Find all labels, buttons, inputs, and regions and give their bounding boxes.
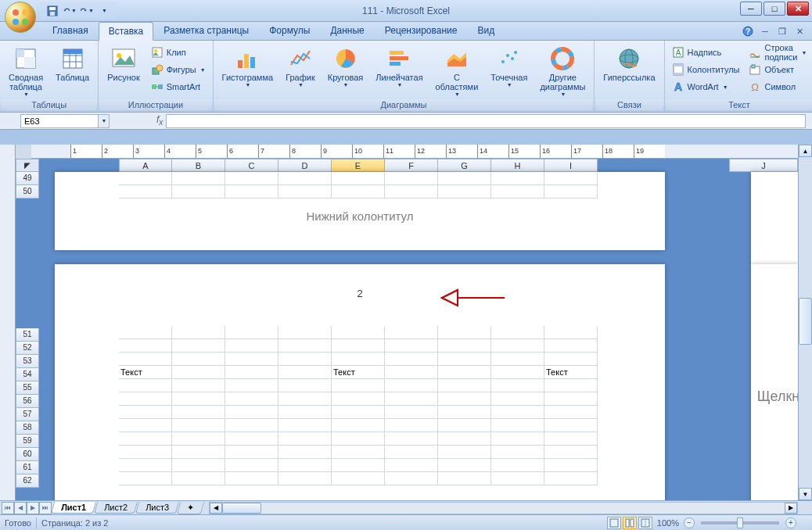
tab-data[interactable]: Данные — [320, 21, 374, 40]
scroll-down-button[interactable]: ▼ — [799, 488, 812, 500]
column-header-h[interactable]: H — [491, 159, 544, 172]
cell-A51[interactable] — [119, 326, 172, 339]
cell-G56[interactable] — [438, 392, 491, 406]
cell-A52[interactable] — [119, 339, 172, 353]
close-button[interactable]: ✕ — [787, 2, 809, 16]
cell-E56[interactable] — [332, 392, 385, 406]
cell-H57[interactable] — [491, 406, 544, 419]
zoom-in-button[interactable]: + — [785, 517, 796, 528]
picture-button[interactable]: Рисунок — [102, 44, 146, 84]
column-header-g[interactable]: G — [438, 159, 491, 172]
cell-A53[interactable] — [119, 353, 172, 366]
cell-F52[interactable] — [385, 339, 438, 353]
zoom-out-button[interactable]: − — [684, 517, 695, 528]
zoom-thumb[interactable] — [737, 517, 743, 528]
column-header-f[interactable]: F — [385, 159, 438, 172]
cell-G52[interactable] — [438, 339, 491, 353]
vscroll-thumb[interactable] — [799, 298, 812, 345]
row-header-54[interactable]: 54 — [16, 368, 39, 381]
cell-F56[interactable] — [385, 392, 438, 406]
shapes-button[interactable]: Фигуры▼ — [147, 61, 210, 78]
row-header-51[interactable]: 51 — [16, 328, 39, 342]
cell-E59[interactable] — [332, 432, 385, 446]
zoom-level[interactable]: 100% — [657, 518, 679, 528]
cell-B54[interactable] — [172, 366, 225, 379]
clip-button[interactable]: Клип — [147, 44, 210, 61]
footer-zone[interactable]: Нижний колонтитул — [55, 199, 665, 234]
cell-G58[interactable] — [438, 419, 491, 432]
zoom-slider[interactable] — [701, 521, 779, 525]
view-pagebreak-button[interactable] — [638, 517, 652, 529]
cell-H61[interactable] — [491, 459, 544, 472]
cell-E62[interactable] — [332, 472, 385, 485]
object-button[interactable]: Объект — [745, 61, 810, 78]
cell-H52[interactable] — [491, 339, 544, 353]
cell-A61[interactable] — [119, 459, 172, 472]
row-header-59[interactable]: 59 — [16, 435, 39, 448]
pie-chart-button[interactable]: Круговая▼ — [322, 44, 369, 90]
fx-icon[interactable]: fx — [156, 114, 163, 127]
cell-F58[interactable] — [385, 419, 438, 432]
column-chart-button[interactable]: Гистограмма▼ — [217, 44, 279, 90]
doc-restore-icon[interactable]: ❐ — [776, 25, 789, 38]
cell-D56[interactable] — [278, 392, 332, 406]
cell-G54[interactable] — [438, 366, 491, 379]
view-pagelayout-button[interactable] — [623, 517, 637, 529]
scroll-right-button[interactable]: ▶ — [785, 503, 797, 514]
tab-home[interactable]: Главная — [42, 21, 99, 40]
cell-H59[interactable] — [491, 432, 544, 446]
cell-H60[interactable] — [491, 446, 544, 459]
cell-A57[interactable] — [119, 406, 172, 419]
cell-D62[interactable] — [278, 472, 332, 485]
cell-E61[interactable] — [332, 459, 385, 472]
scatter-chart-button[interactable]: Точечная▼ — [485, 44, 533, 90]
bar-chart-button[interactable]: Линейчатая▼ — [370, 44, 428, 90]
cell-C51[interactable] — [225, 326, 278, 339]
sheet-tab-1[interactable]: Лист1 — [51, 502, 96, 514]
redo-icon[interactable]: ▼ — [80, 4, 94, 18]
tab-nav-prev[interactable]: ◀ — [14, 502, 27, 514]
maximize-button[interactable]: □ — [763, 2, 785, 16]
cell-A60[interactable] — [119, 446, 172, 459]
cell-C60[interactable] — [225, 446, 278, 459]
cell-E52[interactable] — [332, 339, 385, 353]
tab-review[interactable]: Рецензирование — [375, 21, 468, 40]
tab-insert[interactable]: Вставка — [99, 22, 154, 41]
area-chart-button[interactable]: С областями▼ — [430, 44, 484, 99]
view-normal-button[interactable] — [607, 517, 621, 529]
cell-E55[interactable] — [332, 379, 385, 392]
cell-I59[interactable] — [544, 432, 598, 446]
row-header-61[interactable]: 61 — [16, 461, 39, 474]
cell-C57[interactable] — [225, 406, 278, 419]
cell-I58[interactable] — [544, 419, 598, 432]
tab-nav-next[interactable]: ▶ — [27, 502, 39, 514]
cell-D51[interactable] — [278, 326, 332, 339]
cell-E54[interactable]: Текст — [332, 366, 385, 379]
tab-nav-first[interactable]: ⏮ — [2, 502, 14, 514]
cell-G61[interactable] — [438, 459, 491, 472]
cell-C56[interactable] — [225, 392, 278, 406]
cell-E57[interactable] — [332, 406, 385, 419]
cell-C59[interactable] — [225, 432, 278, 446]
cell-F60[interactable] — [385, 446, 438, 459]
signature-line-button[interactable]: Строка подписи▼ — [745, 44, 810, 61]
cell-I53[interactable] — [544, 353, 598, 366]
cell-B53[interactable] — [172, 353, 225, 366]
undo-icon[interactable]: ▼ — [63, 4, 77, 18]
line-chart-button[interactable]: График▼ — [280, 44, 321, 90]
column-header-e[interactable]: E — [332, 159, 385, 172]
cell-H62[interactable] — [491, 472, 544, 485]
cell-F59[interactable] — [385, 432, 438, 446]
hscroll-thumb[interactable] — [222, 503, 261, 514]
scroll-up-button[interactable]: ▲ — [799, 145, 812, 157]
tab-view[interactable]: Вид — [467, 21, 505, 40]
cell-G51[interactable] — [438, 326, 491, 339]
cell-G57[interactable] — [438, 406, 491, 419]
cell-I61[interactable] — [544, 459, 598, 472]
formula-input[interactable] — [166, 114, 806, 128]
tab-formulas[interactable]: Формулы — [259, 21, 320, 40]
cell-G59[interactable] — [438, 432, 491, 446]
name-box[interactable]: E63 — [20, 114, 99, 128]
cell-H54[interactable] — [491, 366, 544, 379]
cell-B59[interactable] — [172, 432, 225, 446]
